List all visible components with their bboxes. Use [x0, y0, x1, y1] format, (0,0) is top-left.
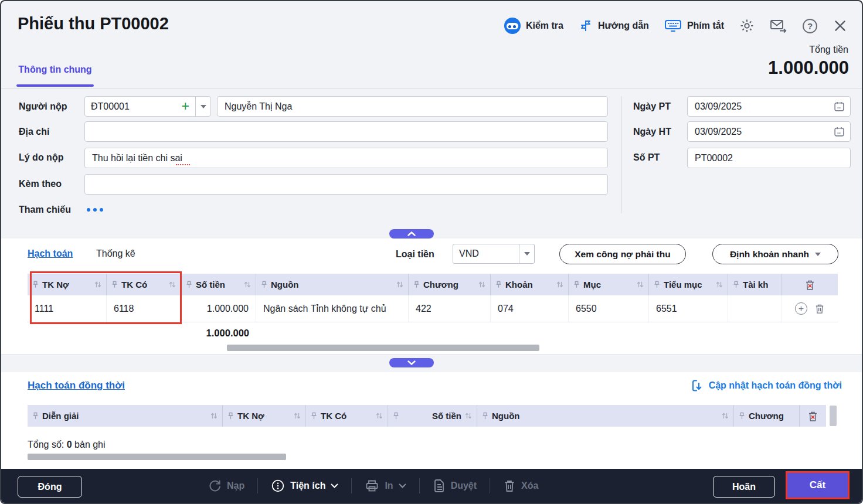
cell-khoan[interactable]: 074 [491, 295, 569, 322]
sort-icon[interactable] [637, 281, 644, 288]
sort-icon[interactable] [556, 281, 563, 288]
receipt-date-field[interactable] [687, 96, 851, 117]
col-muc[interactable]: Mục [569, 274, 649, 295]
tab-general-info[interactable]: Thông tin chung [16, 64, 94, 75]
col-so-tien[interactable]: Số tiền [388, 405, 477, 427]
pin-icon[interactable] [261, 281, 267, 289]
horizontal-scrollbar[interactable] [28, 454, 286, 460]
cell-tieu-muc[interactable]: 6551 [649, 295, 728, 322]
payer-name-field[interactable] [217, 96, 608, 117]
sort-icon[interactable] [465, 412, 472, 420]
pin-icon[interactable] [32, 412, 39, 420]
payer-dropdown-button[interactable] [195, 97, 210, 116]
pin-icon[interactable] [311, 412, 317, 420]
reference-more-button[interactable] [87, 208, 103, 212]
col-nguon[interactable]: Nguồn [477, 405, 734, 427]
sort-icon[interactable] [722, 412, 729, 420]
table-row[interactable]: 1111 6118 1.000.000 Ngân sách Tỉnh không… [28, 295, 838, 322]
payer-code-combo[interactable]: ĐT00001 + [84, 96, 211, 117]
col-so-tien[interactable]: Số tiền [181, 274, 256, 295]
col-nguon[interactable]: Nguồn [256, 274, 409, 295]
horizontal-scrollbar[interactable] [227, 345, 539, 351]
delete-all-rows-icon[interactable] [807, 410, 818, 422]
cell-chuong[interactable]: 422 [409, 295, 491, 322]
sort-icon[interactable] [376, 412, 383, 420]
cell-so-tien[interactable]: 1.000.000 [181, 295, 256, 322]
payer-code-value[interactable]: ĐT00001 [91, 101, 177, 112]
sort-icon[interactable] [94, 281, 101, 288]
pin-icon[interactable] [227, 412, 234, 420]
cell-muc[interactable]: 6550 [569, 295, 649, 322]
pin-icon[interactable] [111, 281, 118, 289]
col-chuong[interactable]: Chương [409, 274, 491, 295]
print-button[interactable]: In [365, 479, 406, 493]
reason-field[interactable] [84, 148, 608, 168]
col-tai-khoan[interactable]: Tài kh [728, 274, 782, 295]
delete-button[interactable]: Xóa [503, 479, 538, 493]
guide-button[interactable]: Hướng dẫn [579, 19, 649, 33]
col-tk-co[interactable]: TK Có [306, 405, 388, 427]
cell-tk-co[interactable]: 6118 [107, 295, 181, 322]
tab-statistics[interactable]: Thống kê [96, 248, 135, 259]
expand-section-button[interactable] [389, 358, 434, 367]
currency-dropdown-button[interactable] [519, 244, 534, 263]
col-tk-co[interactable]: TK Có [107, 274, 181, 295]
sort-icon[interactable] [478, 281, 485, 288]
add-row-icon[interactable]: + [795, 302, 807, 315]
check-button[interactable]: Kiểm tra [504, 18, 563, 34]
close-icon[interactable] [833, 18, 848, 33]
close-button[interactable]: Đóng [18, 476, 82, 498]
load-button[interactable]: Nạp [208, 479, 244, 493]
address-field[interactable] [84, 121, 608, 142]
attachment-field[interactable] [84, 174, 608, 195]
col-dien-giai[interactable]: Diễn giải [28, 405, 223, 427]
sort-icon[interactable] [210, 412, 218, 420]
vertical-scrollbar[interactable] [830, 406, 837, 426]
collapse-section-button[interactable] [389, 229, 434, 239]
pin-icon[interactable] [495, 281, 502, 289]
pin-icon[interactable] [739, 412, 745, 420]
cell-tk-no[interactable]: 1111 [28, 295, 107, 322]
tab-accounting[interactable]: Hạch toán [28, 248, 73, 259]
utilities-button[interactable]: Tiện ích [271, 479, 338, 493]
simultaneous-title-link[interactable]: Hạch toán đồng thời [28, 380, 125, 391]
update-simultaneous-link[interactable]: Cập nhật hạch toán đồng thời [691, 379, 842, 393]
pin-icon[interactable] [186, 281, 192, 289]
quick-entry-button[interactable]: Định khoản nhanh [712, 244, 838, 264]
cell-nguon[interactable]: Ngân sách Tỉnh không tự chủ [256, 295, 409, 322]
calendar-icon[interactable] [834, 126, 845, 139]
add-payer-icon[interactable]: + [182, 100, 189, 113]
pin-icon[interactable] [482, 412, 488, 420]
approve-button[interactable]: Duyệt [433, 479, 477, 493]
sort-icon[interactable] [396, 281, 403, 288]
help-icon[interactable]: ? [803, 19, 817, 33]
posting-date-field[interactable] [687, 121, 851, 142]
sort-icon[interactable] [169, 281, 176, 288]
delete-all-rows-icon[interactable] [804, 279, 816, 291]
receipt-no-field[interactable] [687, 148, 851, 168]
delete-row-icon[interactable] [814, 303, 825, 314]
settings-gear-icon[interactable] [739, 18, 755, 33]
save-button-highlighted[interactable]: Cất [786, 471, 850, 499]
pin-icon[interactable] [32, 281, 39, 289]
col-chuong[interactable]: Chương [734, 405, 800, 427]
calendar-icon[interactable] [834, 101, 845, 114]
mail-send-icon[interactable] [770, 18, 787, 33]
pin-icon[interactable] [733, 281, 739, 289]
currency-select[interactable]: VND [453, 244, 535, 264]
col-tk-no[interactable]: TK Nợ [223, 405, 306, 427]
col-khoan[interactable]: Khoản [491, 274, 569, 295]
sort-icon[interactable] [294, 412, 301, 420]
pin-icon[interactable] [413, 281, 420, 289]
sort-icon[interactable] [244, 281, 251, 288]
pin-icon[interactable] [654, 281, 660, 289]
postpone-button[interactable]: Hoãn [713, 476, 775, 498]
view-receivables-button[interactable]: Xem công nợ phải thu [559, 244, 686, 264]
col-tieu-muc[interactable]: Tiểu mục [649, 274, 728, 295]
cell-tai-khoan[interactable] [728, 295, 782, 322]
col-tk-no[interactable]: TK Nợ [28, 274, 107, 295]
pin-icon[interactable] [393, 412, 399, 420]
pin-icon[interactable] [573, 281, 580, 289]
sort-icon[interactable] [716, 281, 723, 288]
shortcut-button[interactable]: Phím tắt [664, 19, 724, 33]
